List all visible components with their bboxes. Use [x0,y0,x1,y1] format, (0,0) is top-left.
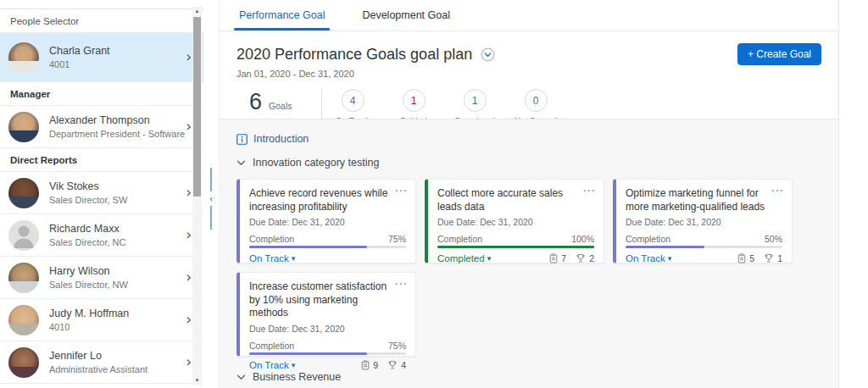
chevron-right-icon[interactable]: › [186,313,192,327]
goal-cards: Achieve record revenues while increasing… [236,179,793,357]
status-dropdown[interactable]: On Track ▾ [249,360,295,370]
progress-fill [626,246,704,248]
caret-down-icon: ▾ [487,254,492,263]
introduction-link[interactable]: Introduction [236,133,823,145]
person-subtitle: Department President - Software [49,129,185,139]
activities-count[interactable]: 7 [549,253,566,263]
person-row-judy-hoffman[interactable]: Judy M. Hoffman 4010 › [0,299,203,341]
chevron-right-icon[interactable]: › [186,186,192,200]
people-selector-panel: People Selector Charla Grant 4001 › Mana… [0,0,203,388]
goal-title: Collect more accurate sales leads data [437,187,583,213]
completion-value: 100% [571,234,594,244]
overflow-menu-icon[interactable]: ⋯ [582,183,595,198]
category-label: Business Revenue [253,371,341,383]
activities-count[interactable]: 9 [361,360,378,370]
status-label: Completed [437,253,485,263]
trophy-icon [387,360,398,370]
completion-label: Completion [437,234,482,244]
achievements-count[interactable]: 4 [387,360,406,370]
status-label: On Track [249,253,289,263]
goal-title: Achieve record revenues while increasing… [249,187,395,213]
person-row-richardc-maxx[interactable]: Richardc Maxx Sales Director, NC › [0,214,203,257]
chevron-right-icon[interactable]: › [186,119,192,134]
person-row-harry-wilson[interactable]: Harry Wilson Sales Director, NW › [0,257,203,299]
status-dropdown[interactable]: On Track ▾ [249,253,295,263]
stat-value: 1 [472,95,478,107]
goal-card-achieve-record-revenues[interactable]: Achieve record revenues while increasing… [236,179,416,263]
goal-card-collect-sales-leads[interactable]: Collect more accurate sales leads data ⋯… [425,179,604,263]
stat-total-value: 6 [249,89,262,115]
progress-fill [249,246,367,248]
progress-fill [437,246,594,248]
create-goal-button[interactable]: + Create Goal [737,43,821,65]
achievements-count[interactable]: 1 [764,253,782,263]
stat-total-label: Goals [269,101,292,111]
goal-card-optimize-marketing-funnel[interactable]: Optimize marketing funnel for more marke… [613,179,793,263]
people-selector-title: People Selector [0,9,203,33]
caret-down-icon: ▾ [292,254,296,263]
goal-tabbar: Performance Goal Development Goal [220,0,838,31]
progress-track [437,246,594,248]
completion-label: Completion [626,234,670,244]
info-icon [236,134,248,145]
caret-down-icon: ▾ [668,254,672,263]
goal-card-increase-customer-satisfaction[interactable]: Increase customer satisfaction by 10% us… [236,272,416,357]
person-name: Vik Stokes [49,180,127,192]
completion-value: 75% [388,234,406,244]
avatar [8,42,39,73]
person-row-alexander-thompson[interactable]: Alexander Thompson Department President … [0,106,203,148]
status-label: On Track [626,253,665,263]
scroll-down-icon[interactable]: ▼ [192,378,202,383]
trophy-icon [576,253,586,263]
achievements-count[interactable]: 2 [576,253,594,263]
completion-value: 50% [765,234,782,244]
person-name: Alexander Thompson [49,114,185,126]
chevron-right-icon[interactable]: › [186,270,192,285]
sidebar-scrollbar[interactable]: ▲ ▼ [192,7,202,385]
person-subtitle: Administrative Assistant [49,364,147,374]
overflow-menu-icon[interactable]: ⋯ [394,183,407,198]
status-dropdown[interactable]: Completed ▾ [437,253,491,263]
goal-due-date: Due Date: Dec 31, 2020 [437,217,594,227]
person-row-vik-stokes[interactable]: Vik Stokes Sales Director, SW › [0,172,203,214]
tab-development-goal[interactable]: Development Goal [359,9,453,30]
person-name: Richardc Maxx [49,223,125,235]
goal-title: Optimize marketing funnel for more marke… [626,187,771,213]
stat-value: 1 [411,95,417,107]
panel-collapse-handle[interactable]: ‹ [207,168,215,236]
goal-due-date: Due Date: Dec 31, 2020 [626,217,782,227]
notepad-icon [361,360,370,370]
person-row-charla-grant[interactable]: Charla Grant 4001 › [0,33,203,82]
status-dropdown[interactable]: On Track ▾ [626,253,671,263]
activities-count[interactable]: 5 [737,253,754,263]
goal-due-date: Due Date: Dec 31, 2020 [249,217,406,227]
chevron-right-icon[interactable]: › [186,355,192,369]
overflow-menu-icon[interactable]: ⋯ [394,276,407,291]
manager-section-header: Manager [0,82,203,106]
collapse-left-icon[interactable]: ‹ [207,194,215,203]
scroll-up-icon[interactable]: ▲ [192,8,202,14]
plan-date-range: Jan 01, 2020 - Dec 31, 2020 [236,69,821,79]
category-innovation-toggle[interactable]: Innovation category testing [236,157,823,169]
status-label: On Track [249,360,289,370]
category-business-revenue-toggle[interactable]: Business Revenue [236,371,823,383]
direct-reports-section-header: Direct Reports [0,148,203,172]
overflow-menu-icon[interactable]: ⋯ [771,183,783,198]
caret-down-icon: ▾ [292,361,296,369]
tab-performance-goal[interactable]: Performance Goal [236,9,327,30]
progress-track [249,246,406,248]
person-name: Judy M. Hoffman [49,308,129,319]
divider [210,206,212,230]
plan-selector-chevron-icon[interactable] [481,47,495,62]
plan-header: 2020 Performance Goals goal plan + Creat… [220,31,838,126]
person-row-jennifer-lo[interactable]: Jennifer Lo Administrative Assistant › [0,341,203,384]
scrollbar-thumb[interactable] [193,17,201,197]
person-name: Jennifer Lo [49,350,147,362]
introduction-label: Introduction [253,133,309,145]
person-name: Charla Grant [49,45,110,57]
stat-value: 4 [350,95,356,107]
chevron-right-icon[interactable]: › [186,50,192,64]
chevron-right-icon[interactable]: › [186,228,192,242]
notepad-icon [737,253,746,263]
person-subtitle: Sales Director, NW [49,280,128,290]
